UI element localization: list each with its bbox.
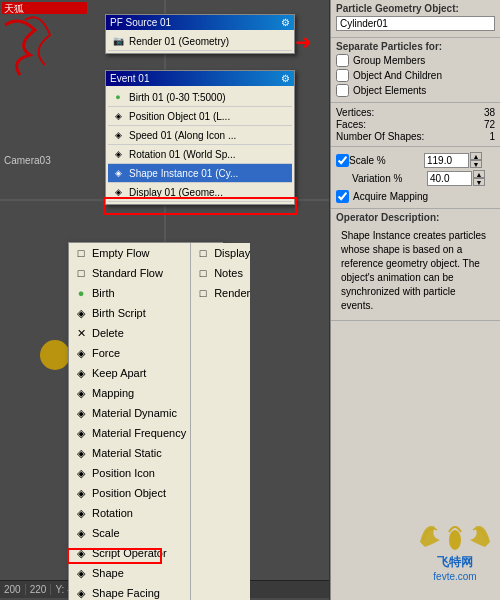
geometry-input[interactable]: [336, 16, 495, 31]
shape-instance-label: Shape Instance 01 (Cy...: [129, 168, 238, 179]
script-operator-label: Script Operator: [92, 547, 167, 559]
particle-geometry-label: Particle Geometry Object:: [336, 3, 495, 14]
event-titlebar[interactable]: Event 01 ⚙: [106, 71, 294, 86]
event-row-5[interactable]: ◈ Display 01 (Geome...: [108, 183, 292, 202]
coord-220: 220: [26, 584, 52, 595]
birth-script-label: Birth Script: [92, 307, 146, 319]
position-object-icon: ◈: [73, 485, 89, 501]
watermark-sub: fevte.com: [415, 571, 495, 582]
object-elements-row[interactable]: Object Elements: [336, 84, 495, 97]
shapes-value: 1: [489, 131, 495, 142]
force-icon: ◈: [73, 345, 89, 361]
menu-item-position-object[interactable]: ◈ Position Object: [69, 483, 190, 503]
menu-item-scale[interactable]: ◈ Scale: [69, 523, 190, 543]
material-dynamic-label: Material Dynamic: [92, 407, 177, 419]
birth-script-icon: ◈: [73, 305, 89, 321]
faces-value: 72: [484, 119, 495, 130]
variation-down-btn[interactable]: ▼: [473, 178, 485, 186]
scale-spinbox[interactable]: ▲ ▼: [424, 152, 482, 168]
menu-item-empty-flow[interactable]: □ Empty Flow: [69, 243, 190, 263]
rotation-label: Rotation: [92, 507, 133, 519]
menu-item-standard-flow[interactable]: □ Standard Flow: [69, 263, 190, 283]
scale-down-btn[interactable]: ▼: [470, 160, 482, 168]
context-menu-col2: □ Display □ Notes □ Render: [190, 243, 250, 600]
faces-row: Faces: 72: [336, 119, 495, 130]
menu-item-keep-apart[interactable]: ◈ Keep Apart: [69, 363, 190, 383]
display-label: Display 01 (Geome...: [129, 187, 223, 198]
menu-item-birth[interactable]: ● Birth: [69, 283, 190, 303]
event-row-1[interactable]: ◈ Position Object 01 (L...: [108, 107, 292, 126]
operator-desc-section: Operator Description: Shape Instance cre…: [331, 209, 500, 321]
menu-item-delete[interactable]: ✕ Delete: [69, 323, 190, 343]
pf-source-content: 📷 Render 01 (Geometry): [106, 30, 294, 53]
menu-item-rotation[interactable]: ◈ Rotation: [69, 503, 190, 523]
pf-source-icon: ⚙: [281, 17, 290, 28]
scale-input[interactable]: [424, 153, 469, 168]
object-children-row[interactable]: Object And Children: [336, 69, 495, 82]
watermark: 飞特网 fevte.com: [415, 512, 495, 582]
menu-item-shape-facing[interactable]: ◈ Shape Facing: [69, 583, 190, 600]
group-members-row[interactable]: Group Members: [336, 54, 495, 67]
menu-item-material-dynamic[interactable]: ◈ Material Dynamic: [69, 403, 190, 423]
menu-item-shape[interactable]: ◈ Shape: [69, 563, 190, 583]
keep-apart-label: Keep Apart: [92, 367, 146, 379]
event-panel: Event 01 ⚙ ● Birth 01 (0-30 T:5000) ◈ Po…: [105, 70, 295, 205]
variation-input[interactable]: [427, 171, 472, 186]
menu-item-notes[interactable]: □ Notes: [191, 263, 250, 283]
mapping-icon: ◈: [73, 385, 89, 401]
acquire-mapping-checkbox[interactable]: [336, 190, 349, 203]
svg-point-4: [449, 530, 461, 550]
object-elements-checkbox[interactable]: [336, 84, 349, 97]
standard-flow-icon: □: [73, 265, 89, 281]
acquire-mapping-row[interactable]: Acquire Mapping: [336, 190, 495, 203]
pf-source-row-render[interactable]: 📷 Render 01 (Geometry): [108, 32, 292, 51]
scale-checkbox[interactable]: [336, 154, 349, 167]
render-menu-icon: □: [195, 285, 211, 301]
empty-flow-icon: □: [73, 245, 89, 261]
right-panel: Particle Geometry Object: Separate Parti…: [330, 0, 500, 600]
variation-up-btn[interactable]: ▲: [473, 170, 485, 178]
notes-icon: □: [195, 265, 211, 281]
operator-desc-text: Shape Instance creates particles whose s…: [336, 225, 495, 317]
acquire-mapping-label: Acquire Mapping: [353, 191, 428, 202]
shapes-row: Number Of Shapes: 1: [336, 131, 495, 142]
menu-item-material-frequency[interactable]: ◈ Material Frequency: [69, 423, 190, 443]
variation-spinbox-label: Variation %: [352, 173, 427, 184]
group-members-checkbox[interactable]: [336, 54, 349, 67]
scale-up-btn[interactable]: ▲: [470, 152, 482, 160]
menu-item-force[interactable]: ◈ Force: [69, 343, 190, 363]
pf-source-titlebar[interactable]: PF Source 01 ⚙: [106, 15, 294, 30]
variation-spinbox[interactable]: ▲ ▼: [427, 170, 485, 186]
event-row-0[interactable]: ● Birth 01 (0-30 T:5000): [108, 88, 292, 107]
render-icon: 📷: [111, 34, 125, 48]
force-label: Force: [92, 347, 120, 359]
event-title: Event 01: [110, 73, 149, 84]
menu-item-material-static[interactable]: ◈ Material Static: [69, 443, 190, 463]
viewport-bg: 天狐 Camera03 PF Source 01 ⚙ 📷 Render 01 (: [0, 0, 329, 600]
menu-item-render[interactable]: □ Render: [191, 283, 250, 303]
menu-item-position-icon[interactable]: ◈ Position Icon: [69, 463, 190, 483]
render-label: Render 01 (Geometry): [129, 36, 229, 47]
notes-label: Notes: [214, 267, 243, 279]
position-icon-label: Position Icon: [92, 467, 155, 479]
pf-source-panel: PF Source 01 ⚙ 📷 Render 01 (Geometry): [105, 14, 295, 54]
menu-item-birth-script[interactable]: ◈ Birth Script: [69, 303, 190, 323]
position-icon: ◈: [111, 109, 125, 123]
context-menu[interactable]: □ Empty Flow □ Standard Flow ● Birth ◈ B…: [68, 242, 223, 600]
empty-flow-label: Empty Flow: [92, 247, 149, 259]
event-row-2[interactable]: ◈ Speed 01 (Along Icon ...: [108, 126, 292, 145]
faces-label: Faces:: [336, 119, 366, 130]
event-row-4[interactable]: ◈ Shape Instance 01 (Cy...: [108, 164, 292, 183]
variation-spinbox-row: Variation % ▲ ▼: [336, 170, 495, 186]
menu-item-display[interactable]: □ Display: [191, 243, 250, 263]
scale-spinbox-row: Scale % ▲ ▼: [336, 152, 495, 168]
info-section: Vertices: 38 Faces: 72 Number Of Shapes:…: [331, 103, 500, 147]
shapes-label: Number Of Shapes:: [336, 131, 424, 142]
event-row-3[interactable]: ◈ Rotation 01 (World Sp...: [108, 145, 292, 164]
menu-item-script-operator[interactable]: ◈ Script Operator: [69, 543, 190, 563]
position-icon-icon: ◈: [73, 465, 89, 481]
object-children-checkbox[interactable]: [336, 69, 349, 82]
display-icon: ◈: [111, 185, 125, 199]
scale-label: Scale: [92, 527, 120, 539]
menu-item-mapping[interactable]: ◈ Mapping: [69, 383, 190, 403]
